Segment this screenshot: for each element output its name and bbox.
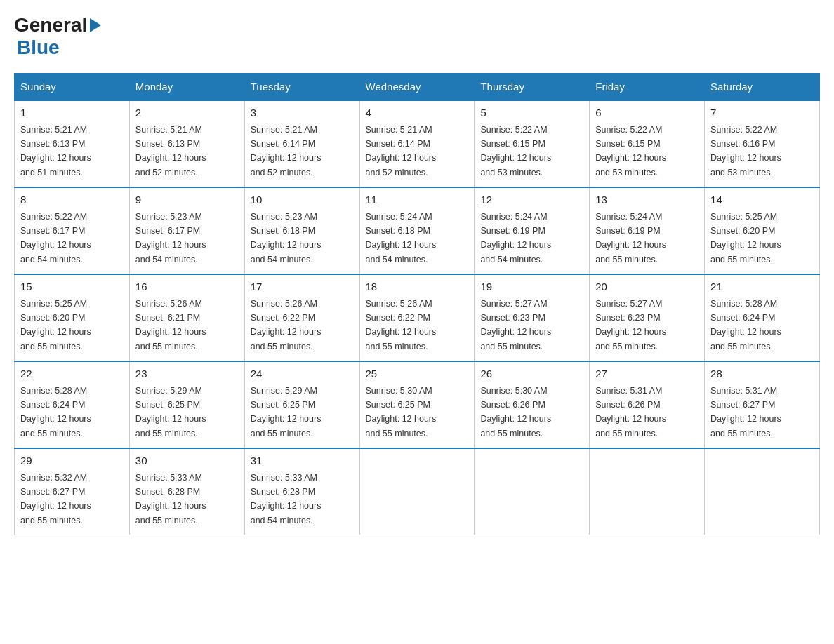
day-number: 28: [710, 366, 814, 382]
day-number: 11: [366, 192, 469, 208]
calendar-day-cell: 14 Sunrise: 5:25 AMSunset: 6:20 PMDaylig…: [705, 187, 820, 274]
day-number: 6: [595, 105, 699, 121]
day-number: 3: [251, 105, 354, 121]
day-number: 16: [135, 279, 239, 295]
day-info: Sunrise: 5:24 AMSunset: 6:19 PMDaylight:…: [595, 212, 666, 264]
calendar-day-cell: 1 Sunrise: 5:21 AMSunset: 6:13 PMDayligh…: [15, 100, 130, 187]
calendar-day-cell: [359, 448, 475, 535]
calendar-day-cell: 10 Sunrise: 5:23 AMSunset: 6:18 PMDaylig…: [244, 187, 359, 274]
calendar-week-row: 29 Sunrise: 5:32 AMSunset: 6:27 PMDaylig…: [15, 448, 820, 535]
calendar-day-cell: 27 Sunrise: 5:31 AMSunset: 6:26 PMDaylig…: [590, 361, 705, 448]
calendar-day-cell: 22 Sunrise: 5:28 AMSunset: 6:24 PMDaylig…: [15, 361, 130, 448]
day-number: 8: [20, 192, 124, 208]
day-info: Sunrise: 5:21 AMSunset: 6:14 PMDaylight:…: [366, 125, 437, 177]
day-info: Sunrise: 5:24 AMSunset: 6:19 PMDaylight:…: [480, 212, 551, 264]
calendar-day-cell: 26 Sunrise: 5:30 AMSunset: 6:26 PMDaylig…: [475, 361, 590, 448]
calendar-day-cell: 29 Sunrise: 5:32 AMSunset: 6:27 PMDaylig…: [15, 448, 130, 535]
day-info: Sunrise: 5:27 AMSunset: 6:23 PMDaylight:…: [480, 299, 551, 351]
calendar-day-cell: 24 Sunrise: 5:29 AMSunset: 6:25 PMDaylig…: [244, 361, 359, 448]
day-number: 7: [710, 105, 814, 121]
day-info: Sunrise: 5:32 AMSunset: 6:27 PMDaylight:…: [20, 473, 91, 525]
logo: General Blue: [14, 14, 101, 59]
day-info: Sunrise: 5:23 AMSunset: 6:17 PMDaylight:…: [135, 212, 206, 264]
day-info: Sunrise: 5:26 AMSunset: 6:22 PMDaylight:…: [366, 299, 437, 351]
calendar-day-cell: [475, 448, 590, 535]
calendar-day-cell: [705, 448, 820, 535]
day-info: Sunrise: 5:31 AMSunset: 6:27 PMDaylight:…: [710, 386, 781, 438]
day-info: Sunrise: 5:30 AMSunset: 6:26 PMDaylight:…: [480, 386, 551, 438]
day-info: Sunrise: 5:31 AMSunset: 6:26 PMDaylight:…: [595, 386, 666, 438]
calendar-day-cell: 8 Sunrise: 5:22 AMSunset: 6:17 PMDayligh…: [15, 187, 130, 274]
calendar-day-cell: 2 Sunrise: 5:21 AMSunset: 6:13 PMDayligh…: [129, 100, 244, 187]
day-info: Sunrise: 5:26 AMSunset: 6:22 PMDaylight:…: [251, 299, 322, 351]
day-info: Sunrise: 5:33 AMSunset: 6:28 PMDaylight:…: [135, 473, 206, 525]
day-info: Sunrise: 5:22 AMSunset: 6:15 PMDaylight:…: [480, 125, 551, 177]
calendar-day-cell: 19 Sunrise: 5:27 AMSunset: 6:23 PMDaylig…: [475, 274, 590, 361]
calendar-day-cell: 17 Sunrise: 5:26 AMSunset: 6:22 PMDaylig…: [244, 274, 359, 361]
day-info: Sunrise: 5:29 AMSunset: 6:25 PMDaylight:…: [251, 386, 322, 438]
calendar-day-cell: 20 Sunrise: 5:27 AMSunset: 6:23 PMDaylig…: [590, 274, 705, 361]
day-info: Sunrise: 5:27 AMSunset: 6:23 PMDaylight:…: [595, 299, 666, 351]
calendar-header-wednesday: Wednesday: [359, 74, 475, 101]
day-number: 24: [251, 366, 354, 382]
logo-general-text: General: [14, 14, 87, 36]
day-number: 27: [595, 366, 699, 382]
day-number: 4: [366, 105, 469, 121]
calendar-day-cell: 31 Sunrise: 5:33 AMSunset: 6:28 PMDaylig…: [244, 448, 359, 535]
day-info: Sunrise: 5:30 AMSunset: 6:25 PMDaylight:…: [366, 386, 437, 438]
day-number: 22: [20, 366, 124, 382]
calendar-week-row: 22 Sunrise: 5:28 AMSunset: 6:24 PMDaylig…: [15, 361, 820, 448]
day-number: 21: [710, 279, 814, 295]
calendar-day-cell: 4 Sunrise: 5:21 AMSunset: 6:14 PMDayligh…: [359, 100, 475, 187]
calendar-day-cell: 9 Sunrise: 5:23 AMSunset: 6:17 PMDayligh…: [129, 187, 244, 274]
calendar-day-cell: 7 Sunrise: 5:22 AMSunset: 6:16 PMDayligh…: [705, 100, 820, 187]
day-info: Sunrise: 5:25 AMSunset: 6:20 PMDaylight:…: [20, 299, 91, 351]
day-info: Sunrise: 5:33 AMSunset: 6:28 PMDaylight:…: [251, 473, 322, 525]
calendar-day-cell: 13 Sunrise: 5:24 AMSunset: 6:19 PMDaylig…: [590, 187, 705, 274]
day-number: 26: [480, 366, 583, 382]
day-number: 1: [20, 105, 124, 121]
calendar-header-tuesday: Tuesday: [244, 74, 359, 101]
calendar-table: SundayMondayTuesdayWednesdayThursdayFrid…: [14, 73, 820, 535]
day-info: Sunrise: 5:23 AMSunset: 6:18 PMDaylight:…: [251, 212, 322, 264]
day-info: Sunrise: 5:28 AMSunset: 6:24 PMDaylight:…: [710, 299, 781, 351]
day-number: 25: [366, 366, 469, 382]
day-info: Sunrise: 5:29 AMSunset: 6:25 PMDaylight:…: [135, 386, 206, 438]
calendar-day-cell: 23 Sunrise: 5:29 AMSunset: 6:25 PMDaylig…: [129, 361, 244, 448]
calendar-day-cell: 5 Sunrise: 5:22 AMSunset: 6:15 PMDayligh…: [475, 100, 590, 187]
calendar-day-cell: 3 Sunrise: 5:21 AMSunset: 6:14 PMDayligh…: [244, 100, 359, 187]
day-number: 5: [480, 105, 583, 121]
calendar-day-cell: 15 Sunrise: 5:25 AMSunset: 6:20 PMDaylig…: [15, 274, 130, 361]
calendar-header-saturday: Saturday: [705, 74, 820, 101]
calendar-day-cell: 16 Sunrise: 5:26 AMSunset: 6:21 PMDaylig…: [129, 274, 244, 361]
day-number: 20: [595, 279, 699, 295]
day-info: Sunrise: 5:26 AMSunset: 6:21 PMDaylight:…: [135, 299, 206, 351]
calendar-day-cell: 12 Sunrise: 5:24 AMSunset: 6:19 PMDaylig…: [475, 187, 590, 274]
calendar-day-cell: 30 Sunrise: 5:33 AMSunset: 6:28 PMDaylig…: [129, 448, 244, 535]
day-number: 23: [135, 366, 239, 382]
calendar-day-cell: 11 Sunrise: 5:24 AMSunset: 6:18 PMDaylig…: [359, 187, 475, 274]
day-number: 18: [366, 279, 469, 295]
logo-arrow-icon: [90, 18, 101, 32]
day-number: 29: [20, 453, 124, 469]
day-number: 9: [135, 192, 239, 208]
calendar-header-sunday: Sunday: [15, 74, 130, 101]
day-number: 13: [595, 192, 699, 208]
day-info: Sunrise: 5:25 AMSunset: 6:20 PMDaylight:…: [710, 212, 781, 264]
calendar-day-cell: 18 Sunrise: 5:26 AMSunset: 6:22 PMDaylig…: [359, 274, 475, 361]
calendar-header-row: SundayMondayTuesdayWednesdayThursdayFrid…: [15, 74, 820, 101]
day-number: 15: [20, 279, 124, 295]
calendar-header-friday: Friday: [590, 74, 705, 101]
page-header: General Blue: [14, 14, 820, 59]
calendar-day-cell: 28 Sunrise: 5:31 AMSunset: 6:27 PMDaylig…: [705, 361, 820, 448]
day-number: 30: [135, 453, 239, 469]
calendar-day-cell: 21 Sunrise: 5:28 AMSunset: 6:24 PMDaylig…: [705, 274, 820, 361]
day-number: 17: [251, 279, 354, 295]
day-info: Sunrise: 5:22 AMSunset: 6:15 PMDaylight:…: [595, 125, 666, 177]
day-number: 12: [480, 192, 583, 208]
calendar-header-thursday: Thursday: [475, 74, 590, 101]
calendar-day-cell: 6 Sunrise: 5:22 AMSunset: 6:15 PMDayligh…: [590, 100, 705, 187]
calendar-day-cell: [590, 448, 705, 535]
day-number: 19: [480, 279, 583, 295]
logo-blue-text: Blue: [17, 36, 60, 59]
